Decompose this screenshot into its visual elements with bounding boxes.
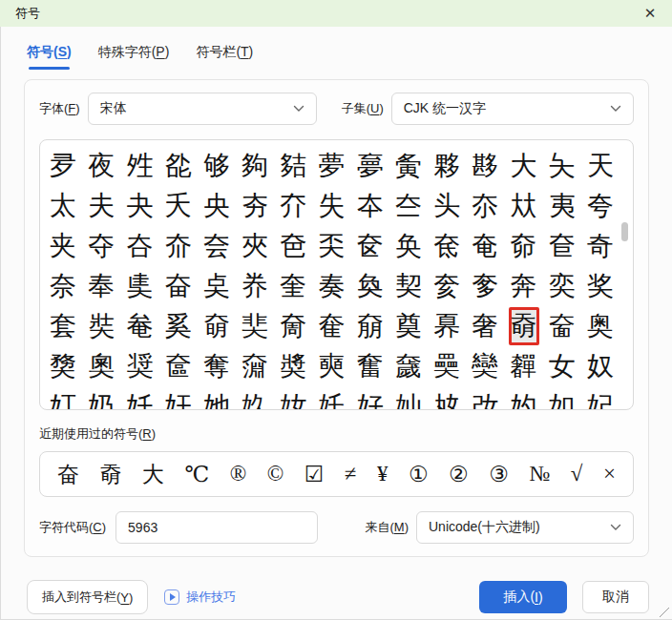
recent-symbol[interactable]: № [529, 462, 550, 486]
char-cell[interactable]: 夵 [466, 186, 504, 226]
recent-symbol[interactable]: ☑ [304, 462, 325, 487]
char-cell[interactable]: 夦 [466, 146, 504, 186]
font-select[interactable]: 宋体 [88, 93, 317, 125]
char-cell[interactable]: 夻 [120, 226, 158, 266]
char-cell[interactable]: 夶 [504, 186, 542, 226]
char-cell[interactable]: 奅 [504, 226, 542, 266]
recent-symbol[interactable]: ① [409, 462, 429, 487]
char-cell[interactable]: 奎 [274, 266, 312, 306]
char-cell[interactable]: 夠 [236, 146, 274, 186]
recent-symbol[interactable]: × [603, 462, 616, 486]
char-cell[interactable]: 夿 [274, 226, 312, 266]
char-cell[interactable]: 夺 [82, 226, 120, 266]
char-cell[interactable]: 夹 [44, 226, 82, 266]
recent-symbol[interactable]: ¥ [377, 462, 388, 486]
char-cell[interactable]: 契 [389, 266, 428, 306]
char-cell[interactable]: 奁 [351, 226, 389, 266]
char-cell[interactable]: 奃 [428, 226, 466, 266]
char-cell[interactable]: 奤 [543, 306, 581, 346]
char-cell[interactable]: 夷 [543, 186, 581, 226]
char-cell[interactable]: 奆 [543, 226, 581, 266]
char-cell[interactable]: 奀 [312, 226, 350, 266]
subset-select[interactable]: CJK 统一汉字 [391, 93, 634, 125]
char-cell[interactable]: 奝 [274, 306, 312, 346]
recent-symbol[interactable]: © [267, 462, 284, 486]
char-cell[interactable]: 奼 [312, 386, 350, 410]
char-cell[interactable]: 夣 [351, 146, 389, 186]
char-cell[interactable]: 奏 [312, 266, 350, 306]
tab-special-chars[interactable]: 特殊字符(P) [98, 44, 170, 70]
char-cell[interactable]: 奫 [236, 346, 274, 386]
char-cell[interactable]: 奋 [159, 266, 198, 306]
char-cell[interactable]: 奖 [581, 266, 620, 306]
char-cell[interactable]: 奕 [543, 266, 581, 306]
char-cell[interactable]: 奥 [581, 306, 620, 346]
char-cell[interactable]: 夤 [389, 146, 428, 186]
char-cell[interactable]: 夭 [159, 186, 198, 226]
char-cell[interactable]: 奊 [120, 266, 158, 306]
char-cell[interactable]: 奦 [44, 346, 82, 386]
char-cell[interactable]: 妀 [466, 386, 504, 410]
char-cell[interactable]: 奓 [466, 266, 504, 306]
char-cell[interactable]: 奪 [198, 346, 236, 386]
char-cell[interactable]: 奯 [389, 346, 428, 386]
char-cell[interactable]: 如 [543, 386, 581, 410]
char-cell[interactable]: 好 [351, 386, 389, 410]
char-cell[interactable]: 奶 [82, 386, 120, 410]
char-cell[interactable]: 妃 [581, 386, 620, 410]
char-cell[interactable]: 奸 [159, 386, 198, 410]
char-cell[interactable]: 奨 [120, 346, 158, 386]
char-cell[interactable]: 奉 [82, 266, 120, 306]
char-cell[interactable]: 奢 [466, 306, 504, 346]
scrollbar-thumb[interactable] [621, 222, 628, 241]
cancel-button[interactable]: 取消 [582, 581, 649, 613]
char-cell[interactable]: 夫 [82, 186, 120, 226]
char-cell[interactable]: 奞 [312, 306, 350, 346]
char-cell[interactable]: 奠 [389, 306, 428, 346]
char-cell[interactable]: 奰 [428, 346, 466, 386]
char-cell[interactable]: 奾 [389, 386, 428, 410]
recent-symbol[interactable]: ® [230, 462, 246, 486]
char-cell[interactable]: 她 [198, 386, 236, 410]
char-cell[interactable]: 奧 [82, 346, 120, 386]
char-cell[interactable]: 夬 [120, 186, 158, 226]
char-cell[interactable]: 奂 [389, 226, 428, 266]
char-cell[interactable]: 头 [428, 186, 466, 226]
char-cell[interactable]: 奴 [581, 346, 620, 386]
tab-symbol-bar[interactable]: 符号栏(T) [196, 44, 253, 70]
char-cell[interactable]: 奚 [159, 306, 198, 346]
char-cell[interactable]: 夛 [44, 146, 82, 186]
insert-to-symbol-bar-button[interactable]: 插入到符号栏(Y) [27, 580, 148, 614]
char-cell[interactable]: 奩 [159, 346, 198, 386]
char-cell[interactable]: 夼 [159, 226, 198, 266]
insert-button[interactable]: 插入(I) [479, 581, 567, 613]
char-cell[interactable]: 奘 [82, 306, 120, 346]
recent-symbol[interactable]: √ [571, 462, 583, 486]
char-cell[interactable]: 奙 [120, 306, 158, 346]
resize-grip[interactable] [660, 608, 669, 617]
char-cell[interactable]: 央 [198, 186, 236, 226]
char-cell[interactable]: 夳 [389, 186, 428, 226]
char-cell[interactable]: 套 [44, 306, 82, 346]
recent-symbol[interactable]: 奣 [100, 460, 122, 489]
char-cell[interactable]: 夸 [581, 186, 620, 226]
char-cell[interactable]: 奺 [236, 386, 274, 410]
char-cell[interactable]: 夾 [236, 226, 274, 266]
char-cell[interactable]: 奔 [504, 266, 542, 306]
char-cell[interactable]: 奱 [466, 346, 504, 386]
char-cell[interactable]: 奣 [504, 306, 542, 346]
char-cell[interactable]: 奌 [198, 266, 236, 306]
recent-symbol[interactable]: ③ [489, 462, 509, 487]
char-cell[interactable]: 奻 [274, 386, 312, 410]
char-cell[interactable]: 奭 [312, 346, 350, 386]
char-cell[interactable]: 夜 [82, 146, 120, 186]
char-cell[interactable]: 奷 [120, 386, 158, 410]
recent-symbol[interactable]: ℃ [185, 462, 210, 487]
char-cell[interactable]: 奲 [504, 346, 542, 386]
char-cell[interactable]: 妁 [504, 386, 542, 410]
char-cell[interactable]: 夞 [159, 146, 198, 186]
char-cell[interactable]: 奛 [198, 306, 236, 346]
char-cell[interactable]: 夨 [543, 146, 581, 186]
char-cell[interactable]: 奮 [351, 346, 389, 386]
char-cell[interactable]: 奍 [236, 266, 274, 306]
